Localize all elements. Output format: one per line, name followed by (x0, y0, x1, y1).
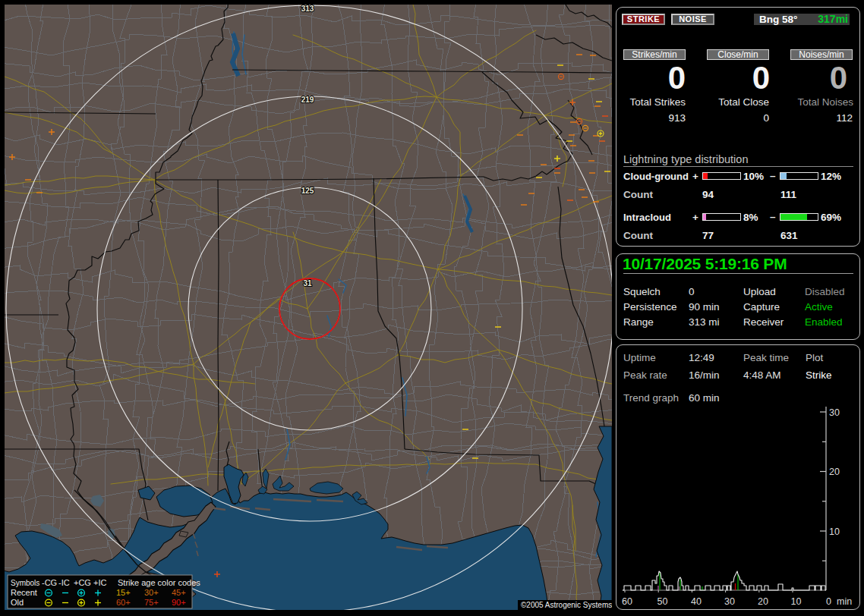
svg-text:-IC: -IC (58, 578, 70, 587)
svg-text:45+: 45+ (172, 588, 186, 597)
svg-text:90+: 90+ (172, 598, 186, 607)
svg-text:50: 50 (657, 596, 668, 607)
svg-text:20: 20 (829, 467, 840, 477)
svg-text:60: 60 (622, 596, 632, 607)
svg-text:+CG: +CG (74, 578, 91, 587)
svg-text:60+: 60+ (116, 598, 131, 607)
svg-text:30: 30 (829, 407, 840, 418)
svg-text:75+: 75+ (144, 598, 159, 607)
svg-text:31: 31 (303, 279, 312, 288)
svg-text:20: 20 (758, 596, 768, 607)
svg-text:15+: 15+ (116, 588, 131, 597)
svg-text:30: 30 (724, 596, 735, 607)
svg-text:©2005 Astrogenic Systems: ©2005 Astrogenic Systems (521, 601, 612, 609)
svg-text:219: 219 (301, 96, 314, 104)
svg-text:min: min (837, 596, 852, 607)
svg-text:Recent: Recent (11, 588, 37, 597)
svg-text:30+: 30+ (144, 588, 159, 597)
svg-text:10: 10 (829, 526, 840, 537)
svg-text:10: 10 (791, 596, 802, 607)
svg-text:Strike age color codes: Strike age color codes (118, 578, 200, 587)
svg-text:Old: Old (11, 598, 24, 607)
svg-text:0: 0 (826, 596, 831, 607)
svg-text:313: 313 (301, 5, 314, 13)
svg-text:+IC: +IC (93, 578, 106, 587)
svg-text:125: 125 (301, 187, 314, 195)
svg-text:Symbols: Symbols (11, 579, 39, 587)
svg-text:-CG: -CG (42, 578, 57, 587)
svg-text:40: 40 (691, 596, 702, 607)
